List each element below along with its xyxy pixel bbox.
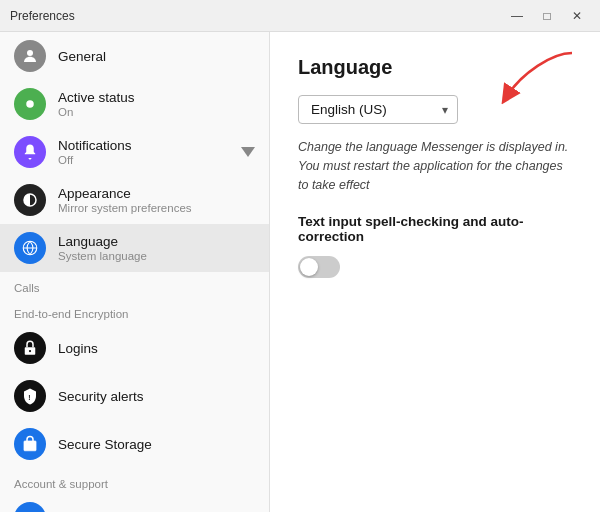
active-status-text: Active status On [58, 90, 255, 118]
logins-label: Logins [58, 341, 255, 356]
minimize-button[interactable]: — [504, 6, 530, 26]
toggle-wrapper [298, 256, 572, 278]
sidebar-item-security-alerts[interactable]: ! Security alerts [0, 372, 269, 420]
notifications-sublabel: Off [58, 154, 255, 166]
app-title: Preferences [10, 9, 75, 23]
secure-storage-icon [14, 428, 46, 460]
titlebar: Preferences — □ ✕ [0, 0, 600, 32]
svg-point-0 [27, 50, 33, 56]
secure-storage-text: Secure Storage [58, 437, 255, 452]
spell-check-toggle[interactable] [298, 256, 340, 278]
account-section: Account & support [0, 468, 269, 494]
window-controls: — □ ✕ [504, 6, 590, 26]
security-alerts-icon: ! [14, 380, 46, 412]
svg-point-4 [29, 350, 31, 352]
sidebar-item-general[interactable]: General [0, 32, 269, 80]
logins-text: Logins [58, 341, 255, 356]
sidebar-item-secure-storage[interactable]: Secure Storage [0, 420, 269, 468]
svg-rect-6 [24, 441, 36, 451]
language-select-wrapper: English (US) English (UK) Español França… [298, 95, 458, 124]
active-status-sublabel: On [58, 106, 255, 118]
notifications-indicator [241, 147, 255, 157]
appearance-icon [14, 184, 46, 216]
spell-check-label: Text input spell-checking and auto-corre… [298, 214, 572, 244]
notifications-label: Notifications [58, 138, 255, 153]
appearance-text: Appearance Mirror system preferences [58, 186, 255, 214]
notifications-icon [14, 136, 46, 168]
sidebar-item-appearance[interactable]: Appearance Mirror system preferences [0, 176, 269, 224]
sidebar-item-logins[interactable]: Logins [0, 324, 269, 372]
main-layout: General Active status On Notifications O… [0, 32, 600, 512]
general-text: General [58, 49, 255, 64]
sidebar-item-notifications[interactable]: Notifications Off [0, 128, 269, 176]
svg-text:!: ! [28, 394, 30, 401]
active-status-label: Active status [58, 90, 255, 105]
sidebar-item-language[interactable]: Language System language [0, 224, 269, 272]
e2e-section: End-to-end Encryption [0, 298, 269, 324]
language-icon [14, 232, 46, 264]
notifications-text: Notifications Off [58, 138, 255, 166]
close-button[interactable]: ✕ [564, 6, 590, 26]
sidebar-item-account[interactable] [0, 494, 269, 512]
security-alerts-label: Security alerts [58, 389, 255, 404]
calls-section: Calls [0, 272, 269, 298]
sidebar-item-active-status[interactable]: Active status On [0, 80, 269, 128]
appearance-label: Appearance [58, 186, 255, 201]
logins-icon [14, 332, 46, 364]
appearance-sublabel: Mirror system preferences [58, 202, 255, 214]
svg-point-1 [26, 100, 34, 108]
general-icon [14, 40, 46, 72]
language-text: Language System language [58, 234, 255, 262]
security-alerts-text: Security alerts [58, 389, 255, 404]
maximize-button[interactable]: □ [534, 6, 560, 26]
language-description: Change the language Messenger is display… [298, 138, 572, 194]
arrow-annotation [492, 48, 582, 108]
language-label: Language [58, 234, 255, 249]
account-icon [14, 502, 46, 512]
sidebar: General Active status On Notifications O… [0, 32, 270, 512]
secure-storage-label: Secure Storage [58, 437, 255, 452]
language-select[interactable]: English (US) English (UK) Español França… [298, 95, 458, 124]
right-panel: Language English (US) English (UK) Españ… [270, 32, 600, 512]
toggle-knob [300, 258, 318, 276]
general-label: General [58, 49, 255, 64]
language-sublabel: System language [58, 250, 255, 262]
active-status-icon [14, 88, 46, 120]
